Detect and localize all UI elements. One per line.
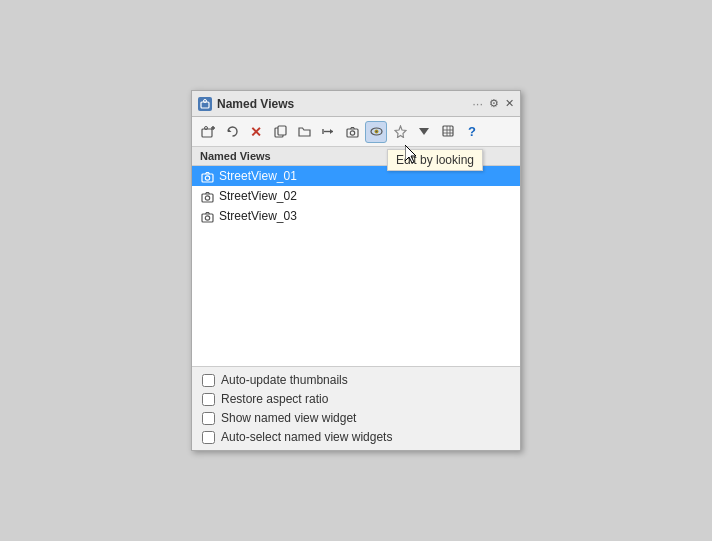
list-item[interactable]: StreetView_01 (192, 166, 520, 186)
show-widget-row: Show named view widget (202, 411, 510, 425)
list-item-label: StreetView_03 (219, 209, 297, 223)
help-button[interactable]: ? (461, 121, 483, 143)
camera-icon (200, 189, 214, 203)
title-bar: Named Views ··· ⚙ ✕ (192, 91, 520, 117)
list-item-label: StreetView_01 (219, 169, 297, 183)
svg-point-1 (204, 99, 207, 102)
svg-marker-10 (330, 129, 333, 134)
auto-update-label: Auto-update thumbnails (221, 373, 348, 387)
delete-button[interactable]: ✕ (245, 121, 267, 143)
named-views-list[interactable]: StreetView_01 StreetView_02 StreetView (192, 166, 520, 366)
svg-point-13 (350, 131, 354, 135)
footer-area: Auto-update thumbnails Restore aspect ra… (192, 366, 520, 450)
window-icon (198, 97, 212, 111)
svg-marker-18 (419, 128, 429, 135)
toolbar-wrapper: ✕ (192, 117, 520, 147)
auto-update-row: Auto-update thumbnails (202, 373, 510, 387)
close-button[interactable]: ✕ (505, 97, 514, 110)
svg-point-26 (205, 175, 209, 179)
show-widget-label: Show named view widget (221, 411, 356, 425)
edit-by-looking-button[interactable] (365, 121, 387, 143)
svg-rect-2 (202, 129, 212, 137)
open-button[interactable] (293, 121, 315, 143)
svg-point-28 (205, 195, 209, 199)
list-item[interactable]: StreetView_03 (192, 206, 520, 226)
auto-update-checkbox[interactable] (202, 374, 215, 387)
restore-aspect-row: Restore aspect ratio (202, 392, 510, 406)
camera-button[interactable] (341, 121, 363, 143)
svg-rect-19 (443, 126, 453, 136)
title-dots: ··· (472, 96, 483, 111)
move-button[interactable] (317, 121, 339, 143)
svg-point-16 (375, 131, 377, 133)
svg-rect-12 (347, 129, 358, 137)
svg-rect-29 (202, 214, 213, 222)
copy-button[interactable] (269, 121, 291, 143)
pin-button[interactable] (389, 121, 411, 143)
grid-button[interactable] (437, 121, 459, 143)
svg-point-30 (205, 215, 209, 219)
section-header: Named Views (192, 147, 520, 166)
svg-marker-6 (228, 129, 232, 133)
list-item[interactable]: StreetView_02 (192, 186, 520, 206)
restore-aspect-label: Restore aspect ratio (221, 392, 328, 406)
camera-icon (200, 209, 214, 223)
title-bar-left: Named Views (198, 97, 294, 111)
auto-select-row: Auto-select named view widgets (202, 430, 510, 444)
add-view-button[interactable] (197, 121, 219, 143)
title-bar-controls: ··· ⚙ ✕ (472, 96, 514, 111)
dropdown-button[interactable] (413, 121, 435, 143)
window-title: Named Views (217, 97, 294, 111)
svg-marker-17 (395, 126, 406, 138)
auto-select-checkbox[interactable] (202, 431, 215, 444)
svg-rect-25 (202, 174, 213, 182)
restore-aspect-checkbox[interactable] (202, 393, 215, 406)
show-widget-checkbox[interactable] (202, 412, 215, 425)
named-views-window: Named Views ··· ⚙ ✕ (191, 90, 521, 451)
camera-icon (200, 169, 214, 183)
svg-rect-8 (278, 126, 286, 135)
svg-point-3 (205, 126, 208, 129)
settings-button[interactable]: ⚙ (489, 97, 499, 110)
svg-rect-27 (202, 194, 213, 202)
list-item-label: StreetView_02 (219, 189, 297, 203)
refresh-button[interactable] (221, 121, 243, 143)
auto-select-label: Auto-select named view widgets (221, 430, 392, 444)
toolbar: ✕ (192, 117, 520, 147)
